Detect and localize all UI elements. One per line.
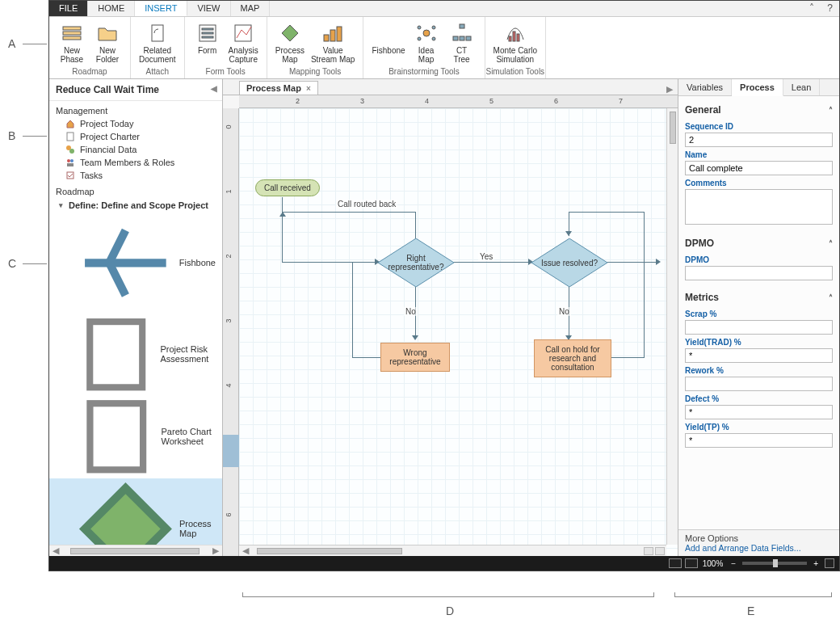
process-map-button[interactable]: Process Map	[272, 20, 308, 65]
fishbone-label: Fishbone	[372, 46, 405, 55]
menu-insert[interactable]: INSERT	[135, 1, 187, 16]
tp-label-defect: Defect %	[685, 394, 833, 403]
ruler-horizontal: 2 3 4 5 6 7	[239, 95, 678, 108]
callout-b: B	[8, 129, 15, 142]
tool-risk-assessment[interactable]: Project Risk Assessment	[49, 314, 222, 395]
zoom-in-button[interactable]: +	[810, 559, 821, 568]
svg-rect-44	[90, 322, 142, 387]
ribbon-group-attach: Related Document Attach	[131, 17, 185, 78]
tp-section-dpmo[interactable]: DPMO˄	[685, 234, 833, 252]
menu-map[interactable]: MAP	[231, 1, 271, 16]
app-window: FILE HOME INSERT VIEW MAP ˄ ? New Phase …	[48, 0, 840, 571]
diagram-canvas[interactable]: Call received Call routed back Right rep…	[239, 108, 678, 556]
nav-hscroll[interactable]: ◀▶	[49, 545, 222, 556]
canvas-vscroll[interactable]	[666, 108, 678, 545]
canvas-area: Process Map × ▶ 2 3 4 5 6 7 0 1 2 3 4	[223, 79, 678, 556]
ribbon-caption-attach: Attach	[131, 65, 184, 78]
tab-scroll-right-icon[interactable]: ▶	[662, 84, 678, 95]
tool-pareto[interactable]: Pareto Chart Worksheet	[49, 395, 222, 478]
tp-input-sequence-id[interactable]	[685, 133, 833, 147]
callout-a: A	[8, 37, 15, 50]
tp-input-rework[interactable]	[685, 377, 833, 391]
svg-line-14	[384, 27, 387, 33]
monte-carlo-button[interactable]: Monte Carlo Simulation	[490, 20, 540, 65]
ribbon-collapse-icon[interactable]: ˄	[803, 1, 821, 16]
nav-project-today[interactable]: Project Today	[49, 117, 222, 130]
idea-map-button[interactable]: Idea Map	[409, 20, 444, 65]
tp-section-general[interactable]: General˄	[685, 101, 833, 119]
collapse-nav-icon[interactable]: ◀	[211, 84, 217, 93]
nav-team-members[interactable]: Team Members & Roles	[49, 156, 222, 169]
nav-project-charter[interactable]: Project Charter	[49, 130, 222, 143]
edge-routed-back: Call routed back	[336, 200, 397, 208]
zoom-slider[interactable]	[742, 562, 807, 565]
menu-file[interactable]: FILE	[49, 1, 88, 16]
tp-label-name: Name	[685, 150, 833, 159]
svg-point-36	[69, 149, 74, 154]
tp-input-name[interactable]	[685, 161, 833, 175]
canvas-nav-btn1[interactable]	[644, 547, 653, 555]
svg-line-17	[388, 33, 392, 40]
zoom-fit-icon[interactable]	[825, 558, 834, 568]
svg-rect-31	[509, 36, 511, 41]
tp-add-fields-link[interactable]: Add and Arrange Data Fields...	[685, 543, 833, 553]
shape-start[interactable]: Call received	[255, 179, 320, 196]
svg-point-19	[418, 26, 421, 29]
shape-issue-resolved[interactable]: Issue resolved?	[531, 238, 607, 287]
ribbon-group-mapping-tools: Process Map Value Stream Map Mapping Too…	[267, 17, 364, 78]
related-document-button[interactable]: Related Document	[136, 20, 179, 65]
new-phase-button[interactable]: New Phase	[54, 20, 90, 65]
ribbon-caption-roadmap: Roadmap	[49, 65, 130, 78]
tp-input-defect[interactable]	[685, 405, 833, 419]
tp-tab-variables[interactable]: Variables	[678, 79, 732, 95]
menu-home[interactable]: HOME	[88, 1, 135, 16]
related-document-label: Related Document	[139, 46, 176, 64]
nav-tasks[interactable]: Tasks	[49, 169, 222, 182]
svg-point-21	[418, 37, 421, 40]
svg-rect-8	[235, 25, 251, 41]
canvas-nav-btn2[interactable]	[655, 547, 665, 555]
svg-rect-45	[90, 403, 143, 470]
menu-view[interactable]: VIEW	[187, 1, 230, 16]
nav-financial-data[interactable]: Financial Data	[49, 143, 222, 156]
ribbon-caption-brainstorming-tools: Brainstorming Tools	[363, 65, 484, 78]
help-icon[interactable]: ?	[821, 1, 839, 16]
svg-rect-0	[63, 27, 81, 30]
idea-map-label: Idea Map	[418, 46, 434, 64]
tp-input-dpmo[interactable]	[685, 266, 833, 280]
fishbone-button[interactable]: Fishbone	[368, 20, 408, 65]
svg-rect-5	[202, 28, 213, 30]
task-pane: Variables Process Lean General˄ Sequence…	[678, 79, 839, 556]
view-mode-2-icon[interactable]	[685, 558, 698, 568]
shape-wrong-rep[interactable]: Wrong representative	[380, 343, 450, 372]
close-tab-icon[interactable]: ×	[306, 84, 311, 93]
document-tab-bar: Process Map × ▶	[223, 79, 678, 95]
tp-input-comments[interactable]	[685, 189, 833, 225]
analysis-capture-label: Analysis Capture	[229, 46, 258, 64]
shape-right-rep[interactable]: Right representative?	[378, 238, 454, 287]
shape-on-hold[interactable]: Call on hold for research and consultati…	[534, 339, 611, 377]
form-button[interactable]: Form	[190, 20, 225, 65]
document-tab-process-map[interactable]: Process Map ×	[239, 81, 318, 95]
ribbon: New Phase New Folder Roadmap Related Doc…	[49, 17, 839, 79]
analysis-capture-button[interactable]: Analysis Capture	[225, 20, 262, 65]
tp-tab-lean[interactable]: Lean	[783, 79, 820, 95]
canvas-hscroll[interactable]: ◀	[239, 545, 666, 556]
phase-define[interactable]: ▾Define: Define and Scope Project	[49, 198, 222, 213]
edge-no-2: No	[557, 307, 571, 316]
ct-tree-button[interactable]: CT Tree	[444, 20, 480, 65]
tp-input-yield-tp[interactable]	[685, 433, 833, 448]
tool-process-map[interactable]: Process Map	[49, 478, 222, 545]
value-stream-map-button[interactable]: Value Stream Map	[308, 20, 358, 65]
ribbon-caption-simulation-tools: Simulation Tools	[485, 65, 545, 78]
view-mode-1-icon[interactable]	[669, 558, 682, 568]
tool-fishbone[interactable]: Fishbone	[49, 213, 222, 314]
tp-input-scrap[interactable]	[685, 320, 833, 335]
tp-section-metrics[interactable]: Metrics˄	[685, 289, 833, 306]
tp-input-yield-trad[interactable]	[685, 348, 833, 363]
svg-rect-11	[330, 30, 335, 41]
new-folder-button[interactable]: New Folder	[90, 20, 125, 65]
tp-tab-process[interactable]: Process	[732, 79, 783, 96]
edge-no-1: No	[404, 307, 418, 316]
zoom-out-button[interactable]: −	[728, 559, 739, 568]
